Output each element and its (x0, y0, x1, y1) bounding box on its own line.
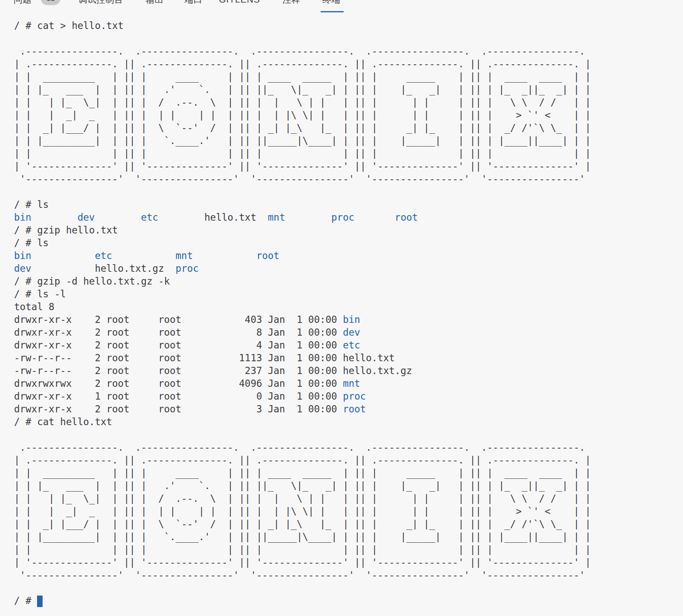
terminal-line: drwxr-xr-x 2 root root 403 Jan 1 00:00 b… (14, 313, 683, 326)
terminal-line: | .--------------. || .--------------. |… (14, 454, 683, 466)
terminal-line: | | | || | | || | | || | | || | | | (14, 543, 683, 556)
terminal-text (95, 212, 141, 223)
terminal-line: | '--------------' || '--------------' |… (14, 556, 683, 569)
terminal-line (14, 32, 683, 45)
terminal-line: | | |_ ___ | | || | .' `. | || ||_ \|_ _… (14, 83, 683, 96)
directory-name: mnt (268, 212, 285, 223)
terminal-text: -rw-r--r-- 2 root root 237 Jan 1 00:00 h… (14, 365, 412, 376)
terminal-text (112, 250, 175, 261)
terminal-line: drwxrwxrwx 2 root root 4096 Jan 1 00:00 … (14, 377, 683, 390)
terminal-text: | | | _| _ | || | | | | | | || | | |\ \|… (14, 506, 591, 517)
terminal-text: | '--------------' || '--------------' |… (14, 161, 591, 172)
terminal-text: .----------------. .----------------. .-… (14, 46, 591, 57)
terminal-text: | | |_________| | || | `.____.' | || ||_… (14, 531, 591, 542)
terminal-text (285, 212, 331, 223)
terminal-line: dev hello.txt.gz proc (14, 262, 683, 275)
terminal-text (193, 250, 256, 261)
active-tab-underline (321, 11, 344, 12)
terminal-text: / # cat > hello.txt (14, 20, 123, 31)
terminal-line: .----------------. .----------------. .-… (14, 45, 683, 58)
directory-name: etc (95, 250, 112, 261)
terminal-line: total 8 (14, 300, 683, 313)
terminal-text: drwxr-xr-x 1 root root 0 Jan 1 00:00 (14, 391, 343, 402)
terminal-text: | | |_ ___ | | || | .' `. | || ||_ \|_ _… (14, 480, 591, 491)
terminal-line: | | | |_ \_| | || | / .--. \ | || | | \ … (14, 492, 683, 505)
terminal-line: | | |_ ___ | | || | .' `. | || ||_ \|_ _… (14, 479, 683, 492)
terminal-text: drwxr-xr-x 2 root root 3 Jan 1 00:00 (14, 403, 343, 415)
tab-ports[interactable]: 端口 (184, 0, 202, 5)
terminal-line: | | _| |___/ | | || | \ `--' / | || | _|… (14, 518, 683, 530)
terminal-text: / # ls (14, 199, 49, 210)
terminal-line: / # ls (14, 198, 683, 211)
terminal-text (354, 212, 395, 223)
terminal-line: / # gzip -d hello.txt.gz -k (14, 275, 683, 288)
terminal-text: | | | || | | || | | || | | || | | | (14, 544, 591, 555)
directory-name: root (395, 212, 418, 223)
terminal-line: | .--------------. || .--------------. |… (14, 58, 683, 70)
terminal-line: bin dev etc hello.txt mnt proc root (14, 211, 683, 224)
terminal-line: | | _________ | || | ____ | || | ____ __… (14, 70, 683, 83)
tab-output[interactable]: 输出 (146, 0, 164, 5)
terminal-text (32, 212, 77, 223)
terminal-text: total 8 (14, 301, 55, 312)
problems-count-badge: 31 (41, 0, 60, 5)
terminal-text: | .--------------. || .--------------. |… (14, 58, 591, 69)
terminal-text: / # ls (14, 237, 49, 248)
directory-name: bin (343, 314, 360, 325)
terminal-text (32, 250, 95, 261)
terminal-line: | '--------------' || '--------------' |… (14, 160, 683, 173)
directory-name: dev (14, 263, 32, 274)
tab-problems[interactable]: 问题 (14, 0, 32, 5)
terminal-line: .----------------. .----------------. .-… (14, 441, 683, 454)
terminal-text: | .--------------. || .--------------. |… (14, 455, 591, 466)
terminal-line (14, 428, 683, 441)
directory-name: proc (331, 212, 354, 223)
terminal-text: | | | || | | || | | || | | || | | | (14, 148, 591, 159)
terminal-text: | | | |_ \_| | || | / .--. \ | || | | \ … (14, 493, 591, 504)
terminal-text: '----------------' '----------------' '-… (14, 173, 591, 184)
tab-debug-console[interactable]: 调试控制台 (78, 0, 123, 5)
terminal-cursor (37, 596, 43, 607)
terminal-output[interactable]: / # cat > hello.txt .----------------. .… (0, 13, 683, 607)
tab-terminal[interactable]: 终端 (322, 0, 340, 5)
directory-name: etc (141, 212, 158, 223)
terminal-line: / # (14, 594, 683, 607)
terminal-text: / # (14, 595, 37, 606)
directory-name: proc (175, 263, 198, 274)
directory-name: bin (14, 212, 32, 223)
terminal-line: / # gzip hello.txt (14, 224, 683, 236)
terminal-line: / # cat > hello.txt (14, 19, 683, 32)
directory-name: etc (343, 340, 360, 351)
terminal-text: | | _________ | || | ____ | || | ____ __… (14, 467, 591, 478)
terminal-line: '----------------' '----------------' '-… (14, 173, 683, 185)
terminal-text: | | |_________| | || | `.____.' | || ||_… (14, 135, 591, 146)
terminal-line: -rw-r--r-- 2 root root 237 Jan 1 00:00 h… (14, 364, 683, 377)
directory-name: dev (343, 327, 360, 338)
directory-name: bin (14, 250, 32, 261)
terminal-text: / # gzip -d hello.txt.gz -k (14, 276, 170, 287)
terminal-text: / # gzip hello.txt (14, 225, 118, 236)
terminal-line: | | |_________| | || | `.____.' | || ||_… (14, 134, 683, 147)
panel-tab-bar: 问题 31 调试控制台 输出 端口 GITLENS 注释 终端 (0, 0, 683, 13)
terminal-line (14, 581, 683, 594)
terminal-line (14, 185, 683, 198)
terminal-line: / # ls (14, 236, 683, 249)
terminal-line: / # ls -l (14, 288, 683, 300)
directory-name: root (343, 403, 366, 415)
directory-name: mnt (343, 378, 360, 389)
tab-comments[interactable]: 注释 (282, 0, 300, 5)
terminal-text: | | |_ ___ | | || | .' `. | || ||_ \|_ _… (14, 84, 591, 95)
terminal-line: | | | _| _ | || | | | | | | || | | |\ \|… (14, 505, 683, 518)
terminal-line: / # cat hello.txt (14, 415, 683, 428)
terminal-text: -rw-r--r-- 2 root root 1113 Jan 1 00:00 … (14, 352, 395, 363)
directory-name: proc (343, 391, 366, 402)
terminal-text: / # cat hello.txt (14, 416, 112, 427)
terminal-text: | | _| |___/ | | || | \ `--' / | || | _|… (14, 122, 591, 133)
terminal-line: drwxr-xr-x 2 root root 3 Jan 1 00:00 roo… (14, 403, 683, 415)
tab-gitlens[interactable]: GITLENS (219, 0, 260, 5)
terminal-text: .----------------. .----------------. .-… (14, 442, 591, 453)
terminal-text: '----------------' '----------------' '-… (14, 570, 591, 581)
terminal-text: hello.txt.gz (32, 263, 176, 274)
terminal-line: | | | _| _ | || | | | | | | || | | |\ \|… (14, 109, 683, 121)
directory-name: root (256, 250, 279, 261)
